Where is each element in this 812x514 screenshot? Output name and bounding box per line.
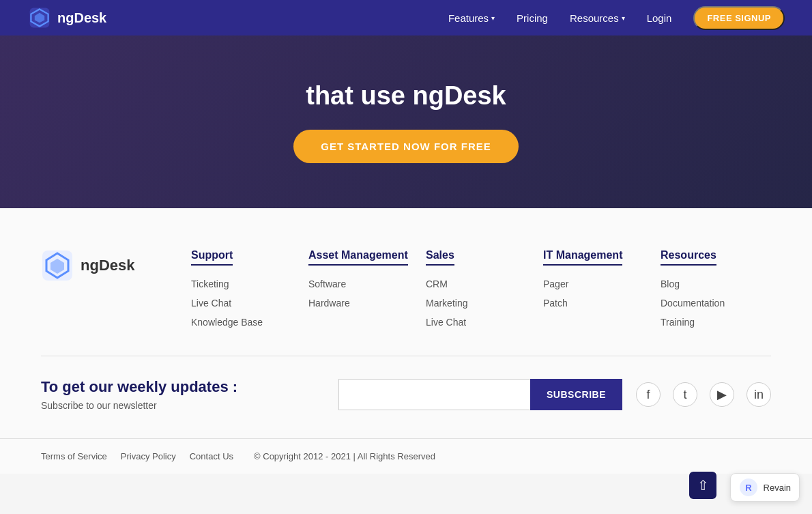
- footer-link-crm[interactable]: CRM: [426, 278, 530, 290]
- footer-col-support-title: Support: [191, 249, 233, 266]
- footer-link-ticketing[interactable]: Ticketing: [191, 278, 295, 290]
- social-icons: f t ▶ in: [636, 382, 771, 407]
- newsletter-subscribe-button[interactable]: SUBSCRIBE: [530, 379, 622, 410]
- navbar-login[interactable]: Login: [647, 12, 672, 24]
- newsletter-email-input[interactable]: [338, 379, 530, 410]
- footer-logo[interactable]: ngDesk: [41, 249, 184, 282]
- navbar-logo[interactable]: ngDesk: [27, 5, 106, 30]
- footer-col-asset: Asset Management Software Hardware: [302, 249, 419, 309]
- footer-col-sales-links: CRM Marketing Live Chat: [426, 278, 530, 328]
- revain-badge[interactable]: R Revain: [730, 473, 800, 474]
- footer-col-asset-links: Software Hardware: [308, 278, 412, 309]
- footer-link-patch[interactable]: Patch: [543, 297, 647, 309]
- hero-subtitle: that use ngDesk: [293, 81, 519, 111]
- features-chevron: ▾: [491, 14, 495, 22]
- navbar-signup-button[interactable]: FREE SIGNUP: [693, 6, 785, 30]
- footer-main: ngDesk Support Ticketing Live Chat Knowl…: [0, 208, 812, 438]
- hero-cta-button[interactable]: GET STARTED NOW FOR FREE: [293, 130, 519, 163]
- footer-newsletter: To get our weekly updates : Subscribe to…: [41, 378, 771, 411]
- footer-logo-text: ngDesk: [81, 257, 134, 274]
- newsletter-text: To get our weekly updates : Subscribe to…: [41, 378, 325, 411]
- footer-col-support-links: Ticketing Live Chat Knowledge Base: [191, 278, 295, 328]
- footer-columns: ngDesk Support Ticketing Live Chat Knowl…: [41, 249, 771, 328]
- footer-link-pager[interactable]: Pager: [543, 278, 647, 290]
- footer-link-livechat-support[interactable]: Live Chat: [191, 297, 295, 309]
- newsletter-form: SUBSCRIBE: [338, 379, 622, 410]
- navbar-logo-text: ngDesk: [57, 10, 106, 26]
- footer-link-knowledge-base[interactable]: Knowledge Base: [191, 316, 295, 328]
- footer-divider: [41, 356, 771, 356]
- footer-col-it-title: IT Management: [543, 249, 622, 266]
- footer-terms-link[interactable]: Terms of Service: [41, 451, 107, 461]
- newsletter-subtitle: Subscribe to our newsletter: [41, 400, 325, 411]
- linkedin-icon[interactable]: in: [746, 382, 771, 407]
- footer-link-documentation[interactable]: Documentation: [661, 297, 764, 309]
- footer-logo-icon: [41, 249, 74, 282]
- footer-bottom: Terms of Service Privacy Policy Contact …: [0, 438, 812, 474]
- footer-link-hardware[interactable]: Hardware: [308, 297, 412, 309]
- twitter-icon[interactable]: t: [673, 382, 697, 407]
- footer-col-resources: Resources Blog Documentation Training: [654, 249, 771, 328]
- footer-contact-link[interactable]: Contact Us: [190, 451, 233, 461]
- footer-col-it-links: Pager Patch: [543, 278, 647, 309]
- resources-chevron: ▾: [622, 14, 625, 22]
- navbar-resources[interactable]: Resources ▾: [570, 12, 625, 24]
- footer-col-asset-title: Asset Management: [308, 249, 408, 266]
- footer-col-it: IT Management Pager Patch: [536, 249, 654, 309]
- navbar-pricing[interactable]: Pricing: [517, 12, 548, 24]
- footer-link-livechat-sales[interactable]: Live Chat: [426, 316, 530, 328]
- footer-link-training[interactable]: Training: [661, 316, 764, 328]
- logo-icon: [27, 5, 52, 30]
- footer-link-software[interactable]: Software: [308, 278, 412, 290]
- youtube-icon[interactable]: ▶: [710, 382, 734, 407]
- scroll-up-button[interactable]: ⇧: [689, 472, 716, 474]
- newsletter-title: To get our weekly updates :: [41, 378, 325, 396]
- facebook-icon[interactable]: f: [636, 382, 661, 407]
- footer-col-resources-title: Resources: [661, 249, 716, 266]
- footer-logo-column: ngDesk: [41, 249, 184, 282]
- navbar: ngDesk Features ▾ Pricing Resources ▾ Lo…: [0, 0, 812, 35]
- footer-privacy-link[interactable]: Privacy Policy: [121, 451, 176, 461]
- navbar-features[interactable]: Features ▾: [448, 12, 495, 24]
- hero-section: that use ngDesk GET STARTED NOW FOR FREE: [0, 35, 812, 208]
- footer-col-sales: Sales CRM Marketing Live Chat: [419, 249, 536, 328]
- hero-content: that use ngDesk GET STARTED NOW FOR FREE: [293, 81, 519, 163]
- footer-col-sales-title: Sales: [426, 249, 454, 266]
- footer-link-marketing[interactable]: Marketing: [426, 297, 530, 309]
- footer-col-resources-links: Blog Documentation Training: [661, 278, 764, 328]
- footer-col-support: Support Ticketing Live Chat Knowledge Ba…: [184, 249, 302, 328]
- footer-link-blog[interactable]: Blog: [661, 278, 764, 290]
- navbar-links: Features ▾ Pricing Resources ▾ Login FRE…: [448, 6, 785, 30]
- footer-copyright: © Copyright 2012 - 2021 | All Rights Res…: [254, 451, 435, 461]
